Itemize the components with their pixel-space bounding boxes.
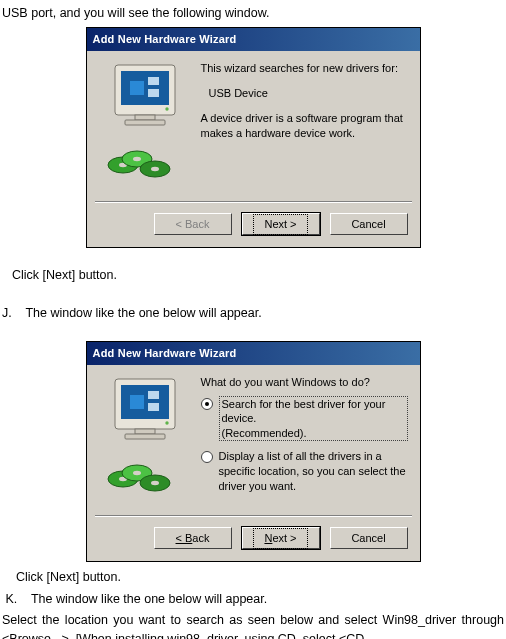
svg-point-27 — [151, 481, 159, 485]
computer-with-cds-icon — [105, 63, 185, 193]
dialog-body: What do you want Windows to do? Search f… — [87, 365, 420, 515]
svg-point-19 — [165, 422, 168, 425]
svg-point-11 — [133, 157, 141, 161]
browse-instruction: Select the location you want to search a… — [2, 611, 504, 639]
dialog-content: This wizard searches for new drivers for… — [191, 61, 408, 193]
radio-label: Search for the best driver for your devi… — [219, 396, 408, 441]
intro-text: USB port, and you will see the following… — [2, 4, 504, 23]
click-next-1: Click [Next] button. — [2, 266, 504, 285]
device-name: USB Device — [201, 86, 408, 101]
svg-rect-16 — [130, 395, 144, 409]
svg-rect-2 — [130, 81, 144, 95]
dialog-body: This wizard searches for new drivers for… — [87, 51, 420, 201]
dialog-titlebar: Add New Hardware Wizard — [87, 342, 420, 365]
dialog-content: What do you want Windows to do? Search f… — [191, 375, 408, 507]
svg-rect-4 — [148, 89, 159, 97]
wizard-text-2: A device driver is a software program th… — [201, 111, 408, 141]
svg-rect-6 — [135, 115, 155, 120]
cancel-button[interactable]: Cancel — [330, 213, 408, 235]
svg-rect-20 — [135, 429, 155, 434]
next-button[interactable]: Next > — [242, 213, 320, 235]
svg-rect-3 — [148, 77, 159, 85]
svg-point-13 — [151, 167, 159, 171]
radio-icon — [201, 398, 213, 410]
radio-label: Display a list of all the drivers in a s… — [219, 449, 408, 494]
back-button[interactable]: < Back — [154, 213, 232, 235]
button-bar: < Back Next > Cancel — [87, 203, 420, 247]
radio-option-recommended[interactable]: Search for the best driver for your devi… — [201, 396, 408, 441]
radio-option-list[interactable]: Display a list of all the drivers in a s… — [201, 449, 408, 494]
svg-rect-15 — [121, 385, 169, 419]
radio-icon — [201, 451, 213, 463]
svg-rect-18 — [148, 403, 159, 411]
step-j: J. The window like the one below will ap… — [2, 304, 504, 323]
svg-point-25 — [133, 471, 141, 475]
wizard-art — [99, 375, 191, 507]
next-button[interactable]: Next > — [242, 527, 320, 549]
svg-rect-7 — [125, 120, 165, 125]
svg-rect-1 — [121, 71, 169, 105]
wizard-prompt: What do you want Windows to do? — [201, 375, 408, 390]
click-next-2: Click [Next] button. — [2, 568, 504, 587]
svg-rect-17 — [148, 391, 159, 399]
back-button[interactable]: < Back — [154, 527, 232, 549]
cancel-button[interactable]: Cancel — [330, 527, 408, 549]
dialog-add-hardware-2: Add New Hardware Wizard — [86, 341, 421, 562]
wizard-art — [99, 61, 191, 193]
wizard-text-1: This wizard searches for new drivers for… — [201, 61, 408, 76]
button-bar: < Back Next > Cancel — [87, 517, 420, 561]
dialog-add-hardware-1: Add New Hardware Wizard — [86, 27, 421, 248]
step-k: K. The window like the one below will ap… — [2, 590, 504, 609]
svg-rect-21 — [125, 434, 165, 439]
figure-1: Add New Hardware Wizard — [2, 27, 504, 248]
figure-2: Add New Hardware Wizard — [2, 341, 504, 562]
svg-point-5 — [165, 108, 168, 111]
dialog-titlebar: Add New Hardware Wizard — [87, 28, 420, 51]
computer-with-cds-icon — [105, 377, 185, 507]
